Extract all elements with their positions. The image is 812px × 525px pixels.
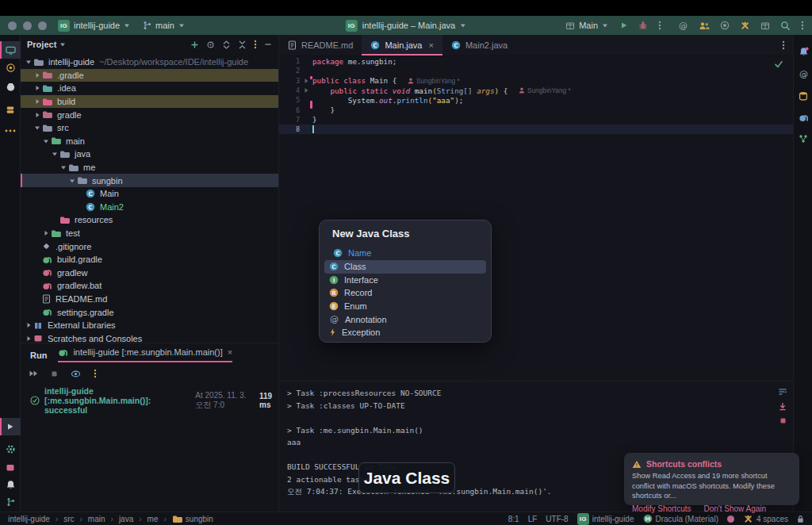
tree-item-scratches-and-consoles[interactable]: Scratches and Consoles — [21, 331, 278, 343]
terminal-tool-button[interactable] — [0, 458, 21, 476]
gradle-tool-button[interactable] — [794, 109, 812, 126]
chevron-right-icon[interactable] — [33, 98, 42, 105]
soft-wrap-button[interactable] — [778, 388, 787, 396]
code-area[interactable]: 1 package me.sungbin; 2 3 public class M… — [279, 56, 793, 134]
show-options-eye-button[interactable] — [71, 370, 81, 377]
project-panel-title[interactable]: Project — [27, 40, 56, 49]
tree-item-gradle[interactable]: gradle — [21, 108, 278, 121]
tab-options-kebab-icon[interactable] — [782, 35, 793, 56]
add-button[interactable] — [190, 40, 199, 49]
tree-item--gitignore[interactable]: .gitignore — [21, 240, 278, 253]
code-line-5[interactable]: 5 System.out.println("aaa"); — [279, 95, 793, 105]
tree-item-gradlew[interactable]: gradlew — [21, 266, 278, 280]
breadcrumb-item-intellij-guide[interactable]: intellij-guide — [8, 515, 50, 523]
tree-item-build-gradle[interactable]: build.gradle — [21, 253, 278, 266]
github-tool-button[interactable] — [0, 78, 21, 95]
minimize-window-button[interactable] — [23, 21, 32, 30]
kind-item-enum[interactable]: E Enum — [324, 300, 486, 313]
code-with-me-icon[interactable] — [699, 21, 710, 30]
kind-item-interface[interactable]: I Interface — [324, 274, 486, 287]
kind-item-class[interactable]: C Class — [324, 260, 486, 274]
project-tool-button[interactable] — [0, 41, 21, 59]
run-more-icon[interactable] — [658, 21, 661, 30]
tree-item--idea[interactable]: .idea — [21, 82, 278, 95]
tree-item-external-libraries[interactable]: External Libraries — [21, 319, 278, 332]
tree-item-main[interactable]: C Main — [21, 187, 278, 201]
tree-item-gradlew-bat[interactable]: gradlew.bat — [21, 279, 278, 293]
main-menu-kebab-icon[interactable] — [801, 21, 804, 30]
commit-tool-button[interactable] — [0, 59, 21, 76]
clear-button[interactable] — [779, 417, 787, 424]
close-window-button[interactable] — [8, 21, 17, 30]
tree-item-sungbin[interactable]: sungbin — [21, 174, 278, 187]
close-tab-button[interactable]: × — [428, 40, 433, 50]
author-inlay-hint[interactable]: SungbinYang * — [519, 86, 571, 94]
tree-item-test[interactable]: test — [21, 227, 278, 240]
expand-all-button[interactable] — [222, 40, 231, 49]
vcs-widget[interactable]: main — [143, 21, 185, 30]
chevron-down-icon[interactable] — [41, 138, 51, 144]
run-tab[interactable]: intellij-guide [:me.sungbin.Main.main()]… — [58, 347, 232, 362]
search-everywhere-icon[interactable] — [780, 21, 791, 31]
tree-item-build[interactable]: build — [21, 95, 278, 109]
tree-item-java[interactable]: java — [21, 148, 278, 161]
tree-item-readme-md[interactable]: README.md — [21, 293, 278, 306]
chevron-down-icon[interactable] — [33, 125, 42, 131]
indent-widget[interactable]: 4 spaces — [743, 514, 788, 524]
chevron-down-icon[interactable] — [50, 151, 59, 157]
file-encoding[interactable]: UTF-8 — [546, 515, 568, 523]
gutter-marker[interactable] — [300, 87, 312, 94]
rerun-button[interactable] — [29, 370, 38, 377]
database-tool-button[interactable] — [794, 87, 812, 105]
code-line-4[interactable]: 4 public static void main(String[] args)… — [279, 86, 793, 95]
dont-show-again-link[interactable]: Don't Show Again — [703, 504, 766, 513]
chevron-right-icon[interactable] — [33, 72, 42, 79]
options-kebab-button[interactable] — [254, 40, 257, 49]
lock-icon[interactable] — [797, 515, 804, 523]
code-line-6[interactable]: 6 } — [279, 105, 793, 114]
plugin-box-icon[interactable] — [760, 21, 770, 30]
code-line-8[interactable]: 8 — [279, 125, 793, 134]
more-kebab-button[interactable] — [94, 369, 97, 378]
editor-tab-main-java[interactable]: C Main.java × — [362, 35, 442, 56]
breadcrumb-item-src[interactable]: src — [63, 515, 74, 523]
theme-widget[interactable]: M Dracula (Material) — [643, 514, 718, 523]
code-line-7[interactable]: 7 } — [279, 115, 793, 125]
collapse-all-button[interactable] — [238, 40, 247, 49]
locate-file-button[interactable] — [206, 40, 215, 49]
close-run-tab-button[interactable]: × — [228, 347, 232, 357]
more-tool-windows-button[interactable] — [0, 122, 21, 140]
breadcrumb-item-me[interactable]: me — [147, 515, 159, 523]
code-line-1[interactable]: 1 package me.sungbin; — [279, 56, 793, 66]
services-gear-button[interactable] — [0, 440, 21, 458]
tree-item-me[interactable]: me — [21, 161, 278, 174]
scroll-to-end-button[interactable] — [779, 402, 787, 411]
class-name-input[interactable]: C Name — [320, 240, 491, 258]
inspections-ok-icon[interactable] — [774, 59, 783, 69]
chevron-right-icon[interactable] — [33, 85, 42, 91]
run-tool-button[interactable] — [0, 418, 21, 435]
breadcrumb-item-main[interactable]: main — [88, 515, 105, 523]
tree-item-intellij-guide[interactable]: intellij-guide~/Desktop/workspace/IDE/in… — [21, 56, 278, 69]
project-widget[interactable]: IG intellij-guide — [577, 513, 634, 525]
chevron-right-icon[interactable] — [24, 322, 33, 328]
breadcrumb-item-java[interactable]: java — [119, 515, 133, 523]
hide-button[interactable] — [264, 40, 272, 48]
kind-item-exception[interactable]: Exception — [324, 326, 486, 339]
chevron-down-icon[interactable] — [67, 178, 77, 184]
accent-color-dot[interactable] — [727, 515, 734, 523]
gutter-marker[interactable] — [300, 78, 312, 84]
project-widget[interactable]: IG intellij-guide — [58, 20, 130, 32]
kind-item-annotation[interactable]: @ Annotation — [324, 312, 486, 326]
breadcrumb-item-sungbin[interactable]: sungbin — [172, 515, 213, 523]
build-tools-icon[interactable] — [740, 21, 750, 31]
notifications-bell-button[interactable] — [0, 476, 21, 493]
window-title-widget[interactable]: IG intellij-guide – Main.java — [346, 16, 466, 35]
author-inlay-hint[interactable]: SungbinYang * — [408, 77, 460, 85]
code-line-3[interactable]: 3 public class Main { SungbinYang * — [279, 76, 793, 86]
run-icon[interactable] — [620, 21, 628, 29]
chevron-right-icon[interactable] — [41, 230, 51, 236]
tree-item-main2[interactable]: C Main2 — [21, 201, 278, 214]
run-configuration-select[interactable]: Main — [565, 21, 608, 30]
editor-tab-main2-java[interactable]: C Main2.java — [442, 35, 516, 56]
